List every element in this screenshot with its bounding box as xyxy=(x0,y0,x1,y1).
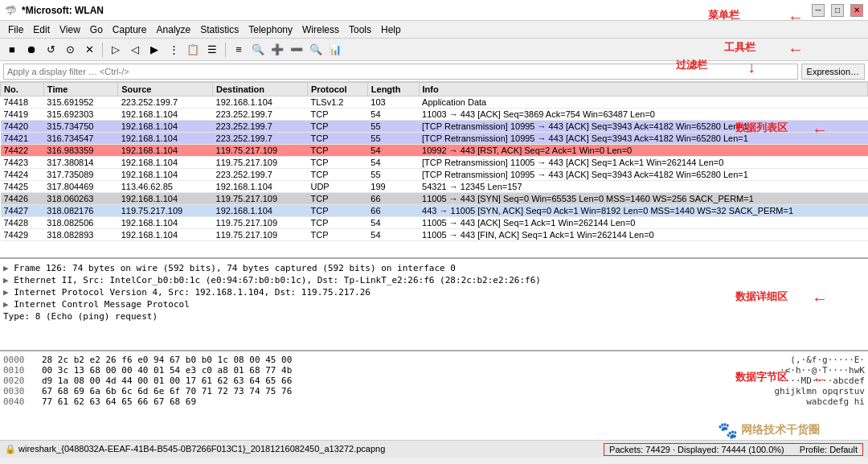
toolbar-btn-13[interactable]: ➕ xyxy=(268,41,286,59)
menu-item-help[interactable]: Help xyxy=(376,23,406,37)
minimize-button[interactable]: ─ xyxy=(812,4,825,17)
table-row[interactable]: 74419315.692303192.168.1.104223.252.199.… xyxy=(1,109,868,121)
cell-info: [TCP Retransmission] 11005 → 443 [ACK] S… xyxy=(419,157,867,169)
packet-bytes: 000028 2c b2 e2 26 f6 e0 94 67 b0 b0 1c … xyxy=(0,351,868,440)
cell-info: 11005 → 443 [SYN] Seq=0 Win=65535 Len=0 … xyxy=(419,193,867,205)
cell-no: 74422 xyxy=(1,145,44,157)
cell-destination: 119.75.217.109 xyxy=(213,229,308,241)
cell-protocol: TCP xyxy=(307,229,367,241)
table-row[interactable]: 74418315.691952223.252.199.7192.168.1.10… xyxy=(1,96,868,109)
col-header-protocol[interactable]: Protocol xyxy=(307,83,367,96)
cell-time: 316.983359 xyxy=(43,145,117,157)
menu-item-telephony[interactable]: Telephony xyxy=(244,23,297,37)
cell-destination: 192.168.1.104 xyxy=(213,181,308,193)
col-header-destination[interactable]: Destination xyxy=(213,83,308,96)
table-row[interactable]: 74421316.734547192.168.1.104223.252.199.… xyxy=(1,133,868,145)
menu-item-wireless[interactable]: Wireless xyxy=(297,23,344,37)
statusbar-left: 🔒 wireshark_{0488032A-EEAF-41B4-B545-0B7… xyxy=(5,444,385,454)
detail-line[interactable]: ▶ Frame 126: 74 bytes on wire (592 bits)… xyxy=(3,262,865,274)
cell-info: [TCP Retransmission] 10995 → 443 [ACK] S… xyxy=(419,133,867,145)
table-row[interactable]: 74424317.735089192.168.1.104223.252.199.… xyxy=(1,169,868,181)
toolbar-btn-2[interactable]: ↺ xyxy=(42,41,59,59)
cell-time: 317.380814 xyxy=(43,157,117,169)
cell-protocol: TCP xyxy=(307,193,367,205)
cell-length: 66 xyxy=(367,193,419,205)
col-header-info[interactable]: Info xyxy=(419,83,867,96)
menu-item-analyze[interactable]: Analyze xyxy=(152,23,196,37)
bytes-row: 0020d9 1a 08 00 4d 44 00 01 00 17 61 62 … xyxy=(3,376,865,386)
col-header-time[interactable]: Time xyxy=(43,83,117,96)
toolbar-btn-11[interactable]: ≡ xyxy=(230,41,248,59)
cell-time: 316.734547 xyxy=(43,133,117,145)
table-row[interactable]: 74423317.380814192.168.1.104119.75.217.1… xyxy=(1,157,868,169)
bytes-hex: d9 1a 08 00 4d 44 00 01 00 17 61 62 63 6… xyxy=(42,376,773,386)
cell-info: Application Data xyxy=(419,96,867,109)
bytes-ascii: ····MD····abcdef xyxy=(780,376,865,386)
menu-item-view[interactable]: View xyxy=(55,23,85,37)
toolbar-btn-16[interactable]: 📊 xyxy=(326,41,344,59)
menu-item-file[interactable]: File xyxy=(3,23,28,37)
detail-line[interactable]: Type: 8 (Echo (ping) request) xyxy=(3,310,865,322)
toolbar-btn-15[interactable]: 🔍 xyxy=(307,41,325,59)
menu-item-edit[interactable]: Edit xyxy=(28,23,55,37)
cell-length: 55 xyxy=(367,133,419,145)
toolbar: ■⏺↺⊙✕▷◁▶⋮📋☰≡🔍➕➖🔍📊 xyxy=(0,39,868,61)
toolbar-btn-12[interactable]: 🔍 xyxy=(249,41,267,59)
detail-line[interactable]: ▶ Internet Protocol Version 4, Src: 192.… xyxy=(3,286,865,298)
toolbar-separator xyxy=(225,43,226,57)
toolbar-btn-3[interactable]: ⊙ xyxy=(61,41,79,59)
table-row[interactable]: 74429318.082893192.168.1.104119.75.217.1… xyxy=(1,229,868,241)
cell-info: 10992 → 443 [RST, ACK] Seq=2 Ack=1 Win=0… xyxy=(419,145,867,157)
detail-line[interactable]: ▶ Internet Control Message Protocol xyxy=(3,298,865,310)
menu-item-go[interactable]: Go xyxy=(85,23,108,37)
col-header-length[interactable]: Length xyxy=(367,83,419,96)
detail-line[interactable]: ▶ Ethernet II, Src: IntelCor_b0:b0:1c (e… xyxy=(3,274,865,286)
menu-item-capture[interactable]: Capture xyxy=(108,23,152,37)
table-row[interactable]: 74426318.060263192.168.1.104119.75.217.1… xyxy=(1,193,868,205)
table-row[interactable]: 74420315.734750192.168.1.104223.252.199.… xyxy=(1,121,868,133)
toolbar-btn-1[interactable]: ⏺ xyxy=(23,41,40,59)
toolbar-btn-6[interactable]: ◁ xyxy=(126,41,144,59)
table-row[interactable]: 74425317.804469113.46.62.85192.168.1.104… xyxy=(1,181,868,193)
expression-button[interactable]: Expression… xyxy=(801,64,865,80)
app-title: *Microsoft: WLAN xyxy=(22,5,104,16)
toolbar-btn-9[interactable]: 📋 xyxy=(184,41,202,59)
toolbar-btn-4[interactable]: ✕ xyxy=(80,41,98,59)
toolbar-btn-10[interactable]: ☰ xyxy=(203,41,221,59)
table-row[interactable]: 74428318.082506192.168.1.104119.75.217.1… xyxy=(1,217,868,229)
table-row[interactable]: 74422316.983359192.168.1.104119.75.217.1… xyxy=(1,145,868,157)
cell-source: 192.168.1.104 xyxy=(118,169,213,181)
toolbar-separator xyxy=(102,43,103,57)
filter-input[interactable] xyxy=(3,64,798,80)
toolbar-btn-5[interactable]: ▷ xyxy=(107,41,125,59)
menu-item-statistics[interactable]: Statistics xyxy=(195,23,244,37)
cell-protocol: TCP xyxy=(307,217,367,229)
close-button[interactable]: ✕ xyxy=(850,4,863,17)
cell-no: 74428 xyxy=(1,217,44,229)
toolbar-btn-14[interactable]: ➖ xyxy=(288,41,305,59)
toolbar-btn-7[interactable]: ▶ xyxy=(145,41,163,59)
cell-no: 74419 xyxy=(1,109,44,121)
cell-destination: 223.252.199.7 xyxy=(213,133,308,145)
profile: Profile: Default xyxy=(800,445,858,454)
cell-no: 74426 xyxy=(1,193,44,205)
toolbar-btn-0[interactable]: ■ xyxy=(3,41,21,59)
toolbar-btn-8[interactable]: ⋮ xyxy=(165,41,182,59)
menu-item-tools[interactable]: Tools xyxy=(344,23,376,37)
cell-length: 55 xyxy=(367,121,419,133)
cell-source: 192.168.1.104 xyxy=(118,121,213,133)
bytes-row: 004077 61 62 63 64 65 66 67 68 69wabcdef… xyxy=(3,396,865,407)
col-header-no[interactable]: No. xyxy=(1,83,44,96)
bytes-hex: 28 2c b2 e2 26 f6 e0 94 67 b0 b0 1c 08 0… xyxy=(42,355,784,365)
filterbar: Expression… xyxy=(0,61,868,82)
cell-no: 74418 xyxy=(1,96,44,109)
col-header-source[interactable]: Source xyxy=(118,83,213,96)
bytes-offset: 0010 xyxy=(3,365,35,376)
maximize-button[interactable]: □ xyxy=(831,4,844,17)
statusbar-right: Packets: 74429 · Displayed: 74444 (100.0… xyxy=(604,443,863,456)
cell-time: 318.082176 xyxy=(43,205,117,217)
bytes-hex: 77 61 62 63 64 65 66 67 68 69 xyxy=(42,396,800,407)
cell-source: 192.168.1.104 xyxy=(118,145,213,157)
table-row[interactable]: 74427318.082176119.75.217.109192.168.1.1… xyxy=(1,205,868,217)
cell-info: 11005 → 443 [FIN, ACK] Seq=1 Ack=1 Win=2… xyxy=(419,229,867,241)
